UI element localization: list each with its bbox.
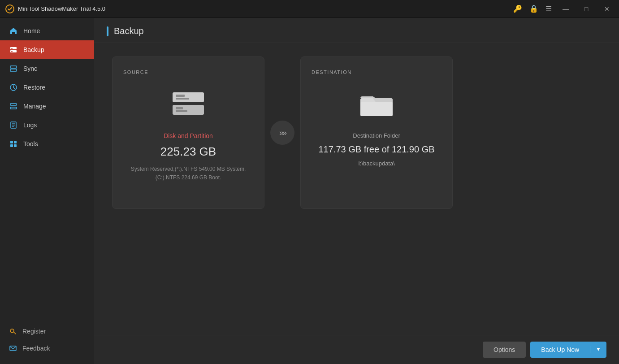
svg-rect-25 xyxy=(176,110,187,112)
tools-icon xyxy=(9,139,18,148)
folder-icon-area xyxy=(359,86,394,121)
svg-rect-15 xyxy=(14,141,17,143)
backup-now-button-group: Back Up Now ▼ xyxy=(530,342,606,358)
sidebar-nav: Home Backup xyxy=(0,22,94,323)
sidebar-item-logs[interactable]: Logs xyxy=(0,116,94,134)
destination-card[interactable]: DESTINATION Destination Folder 117.73 GB… xyxy=(300,56,453,209)
app-title: MiniTool ShadowMaker Trial 4.5.0 xyxy=(5,4,105,13)
title-bar-actions: 🔑 🔒 ☰ — □ ✕ xyxy=(513,2,614,16)
sidebar-item-restore[interactable]: Restore xyxy=(0,78,94,97)
svg-rect-22 xyxy=(176,98,189,100)
app-layout: Home Backup xyxy=(0,18,619,364)
maximize-button[interactable]: □ xyxy=(580,2,593,16)
svg-rect-14 xyxy=(10,141,13,143)
svg-rect-16 xyxy=(10,144,13,147)
key-icon[interactable]: 🔑 xyxy=(513,4,522,13)
page-title: Backup xyxy=(114,26,144,36)
folder-icon xyxy=(359,89,394,118)
svg-rect-8 xyxy=(10,104,17,105)
svg-rect-24 xyxy=(176,107,183,109)
sidebar-item-home[interactable]: Home xyxy=(0,22,94,40)
sidebar-item-feedback[interactable]: Feedback xyxy=(0,340,94,357)
sidebar-bottom: Register Feedback xyxy=(0,323,94,364)
sidebar-item-backup[interactable]: Backup xyxy=(0,40,94,59)
destination-type-label: Destination Folder xyxy=(353,132,400,139)
svg-rect-6 xyxy=(10,69,17,71)
sidebar-item-tools[interactable]: Tools xyxy=(0,134,94,153)
destination-path: I:\backupdata\ xyxy=(358,160,395,167)
sidebar-item-manage[interactable]: Manage xyxy=(0,97,94,116)
register-label: Register xyxy=(22,328,46,335)
title-bar: MiniTool ShadowMaker Trial 4.5.0 🔑 🔒 ☰ —… xyxy=(0,0,619,18)
svg-rect-19 xyxy=(10,346,16,351)
svg-rect-5 xyxy=(10,66,17,68)
svg-rect-27 xyxy=(360,102,393,116)
lock-icon[interactable]: 🔒 xyxy=(529,4,538,13)
key-sidebar-icon xyxy=(9,327,17,335)
app-logo-icon xyxy=(5,4,14,13)
sidebar-item-label: Sync xyxy=(23,65,37,72)
disk-icon-area xyxy=(170,86,206,121)
sidebar-item-label: Home xyxy=(23,27,40,35)
sidebar-item-label: Restore xyxy=(23,84,45,91)
arrow-connector: »» xyxy=(264,121,300,145)
source-type-label: Disk and Partition xyxy=(164,132,213,139)
menu-icon[interactable]: ☰ xyxy=(545,4,552,13)
page-header: Backup xyxy=(94,18,619,43)
svg-rect-4 xyxy=(11,51,13,52)
source-size: 225.23 GB xyxy=(160,145,216,159)
sync-icon xyxy=(9,64,18,73)
disk-partition-icon xyxy=(170,90,206,117)
svg-rect-21 xyxy=(176,95,185,97)
source-card[interactable]: SOURCE Disk and Partition 225.23 GB xyxy=(112,56,264,209)
svg-rect-9 xyxy=(10,107,17,109)
sidebar-item-label: Manage xyxy=(23,103,46,110)
sidebar-item-sync[interactable]: Sync xyxy=(0,59,94,78)
sidebar-item-register[interactable]: Register xyxy=(0,323,94,340)
home-icon xyxy=(9,26,18,35)
svg-point-18 xyxy=(10,329,14,333)
arrow-icon: »» xyxy=(270,121,294,145)
destination-label: DESTINATION xyxy=(312,69,352,75)
backup-content: SOURCE Disk and Partition 225.23 GB xyxy=(94,43,619,335)
sidebar-item-label: Tools xyxy=(23,140,38,147)
svg-rect-17 xyxy=(14,144,17,147)
bottom-action-bar: Options Back Up Now ▼ xyxy=(94,335,619,364)
svg-rect-20 xyxy=(173,92,204,102)
backup-cards-row: SOURCE Disk and Partition 225.23 GB xyxy=(112,56,601,209)
svg-rect-3 xyxy=(11,48,13,49)
main-content: Backup SOURCE xyxy=(94,18,619,364)
close-button[interactable]: ✕ xyxy=(600,2,614,16)
header-accent-bar xyxy=(107,26,108,36)
sidebar-item-label: Logs xyxy=(23,121,37,129)
source-description: System Reserved,(*:).NTFS 549.00 MB Syst… xyxy=(131,165,246,182)
manage-icon xyxy=(9,102,18,111)
restore-icon xyxy=(9,83,18,92)
logs-icon xyxy=(9,121,18,130)
mail-icon xyxy=(9,344,17,352)
svg-rect-23 xyxy=(173,105,204,115)
options-button[interactable]: Options xyxy=(483,342,526,358)
sidebar-item-label: Backup xyxy=(23,46,44,53)
backup-now-dropdown-button[interactable]: ▼ xyxy=(590,346,606,352)
backup-icon xyxy=(9,45,18,54)
minimize-button[interactable]: — xyxy=(559,2,572,16)
backup-now-main-button[interactable]: Back Up Now xyxy=(530,346,590,353)
feedback-label: Feedback xyxy=(22,345,50,352)
sidebar: Home Backup xyxy=(0,18,94,364)
source-label: SOURCE xyxy=(123,69,148,75)
destination-free-space: 117.73 GB free of 121.90 GB xyxy=(318,144,434,155)
